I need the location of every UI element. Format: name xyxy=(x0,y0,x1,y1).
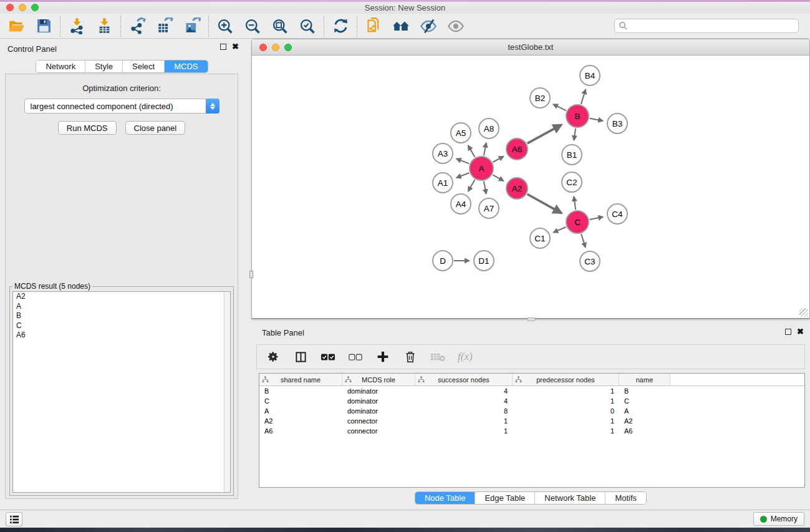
bottom-splitter-grip[interactable] xyxy=(528,317,535,321)
graph-node-A2[interactable]: A2 xyxy=(506,178,528,199)
graph-edge-C-C4[interactable] xyxy=(590,217,604,220)
tab-select[interactable]: Select xyxy=(123,60,165,72)
table-row[interactable]: Adominator80A xyxy=(259,406,804,416)
graph-node-A3[interactable]: A3 xyxy=(433,143,453,163)
close-table-panel-icon[interactable]: ✖ xyxy=(797,329,804,335)
graph-edge-B-B3[interactable] xyxy=(590,118,603,121)
graph-node-C[interactable]: C xyxy=(566,211,589,233)
apply-layout-icon[interactable] xyxy=(332,17,349,35)
table-cell[interactable]: A6 xyxy=(259,426,342,436)
graph-node-A8[interactable]: A8 xyxy=(479,118,499,138)
column-header-name[interactable]: name xyxy=(619,374,670,385)
zoom-out-icon[interactable] xyxy=(244,17,261,35)
table-settings-icon[interactable] xyxy=(266,349,281,364)
table-cell[interactable]: A xyxy=(259,406,342,416)
save-session-icon[interactable] xyxy=(35,17,52,35)
import-network-icon[interactable] xyxy=(68,17,85,35)
table-row[interactable]: A2connector11A2 xyxy=(259,416,804,426)
graph-node-B3[interactable]: B3 xyxy=(607,114,627,133)
table-cell[interactable]: 1 xyxy=(415,426,513,436)
table-cell[interactable]: dominator xyxy=(342,396,415,406)
graph-edge-A-A4[interactable] xyxy=(468,180,475,191)
graph-node-A[interactable]: A xyxy=(470,157,493,180)
column-header-shared-name[interactable]: shared name xyxy=(259,374,342,385)
graph-edge-A-A2[interactable] xyxy=(493,175,503,181)
float-table-panel-icon[interactable] xyxy=(785,329,791,335)
mcds-result-list[interactable]: A2ABCA6 xyxy=(12,291,231,493)
memory-button[interactable]: Memory xyxy=(753,512,804,526)
table-cell[interactable]: 0 xyxy=(513,406,619,416)
graph-edge-A-A8[interactable] xyxy=(484,143,486,155)
table-cell[interactable]: 1 xyxy=(513,426,619,436)
table-cell[interactable]: B xyxy=(619,386,670,396)
float-panel-icon[interactable] xyxy=(220,44,226,50)
tab-network[interactable]: Network xyxy=(36,60,85,72)
graph-node-A6[interactable]: A6 xyxy=(506,138,528,160)
graph-edge-A2-C[interactable] xyxy=(528,194,562,213)
graph-edge-A-A3[interactable] xyxy=(456,158,470,163)
graph-node-A4[interactable]: A4 xyxy=(451,194,471,214)
graph-edge-B-B1[interactable] xyxy=(574,128,576,140)
table-cell[interactable]: A6 xyxy=(619,426,670,436)
home-browser-icon[interactable] xyxy=(392,17,410,35)
mcds-result-item[interactable]: A6 xyxy=(13,331,230,341)
graph-edge-C-C2[interactable] xyxy=(574,196,576,210)
table-row[interactable]: Cdominator41C xyxy=(259,396,804,406)
graph-edge-A-A7[interactable] xyxy=(484,181,486,194)
open-session-icon[interactable] xyxy=(7,17,25,35)
search-input[interactable] xyxy=(614,19,799,33)
tab-motifs[interactable]: Motifs xyxy=(605,492,646,504)
zoom-selected-icon[interactable] xyxy=(299,17,316,35)
table-cell[interactable]: dominator xyxy=(342,406,415,416)
column-layout-icon[interactable] xyxy=(293,349,308,364)
table-cell[interactable]: C xyxy=(259,396,342,406)
graph-node-D[interactable]: D xyxy=(433,251,453,271)
select-all-rows-icon[interactable] xyxy=(321,349,335,364)
table-cell[interactable]: 1 xyxy=(513,416,619,426)
table-cell[interactable]: B xyxy=(259,386,342,396)
export-table-icon[interactable] xyxy=(156,17,173,35)
graph-node-A5[interactable]: A5 xyxy=(451,123,471,143)
graph-node-B1[interactable]: B1 xyxy=(562,145,582,165)
graph-edge-A-A1[interactable] xyxy=(456,173,469,178)
export-image-icon[interactable] xyxy=(183,17,201,35)
add-column-icon[interactable] xyxy=(375,349,390,364)
table-cell[interactable]: 4 xyxy=(415,396,513,406)
left-splitter-grip[interactable] xyxy=(249,271,253,278)
delete-table-icon[interactable] xyxy=(430,349,445,364)
table-cell[interactable]: A2 xyxy=(259,416,342,426)
show-all-icon[interactable] xyxy=(447,17,465,35)
table-cell[interactable]: connector xyxy=(342,416,415,426)
column-header-MCDS-role[interactable]: MCDS role xyxy=(342,374,415,385)
graph-node-B[interactable]: B xyxy=(566,105,589,127)
tab-network-table[interactable]: Network Table xyxy=(535,492,605,504)
graph-edge-A-A6[interactable] xyxy=(493,157,503,162)
column-header-successor-nodes[interactable]: successor nodes xyxy=(415,374,513,385)
graph-edge-C-C3[interactable] xyxy=(581,234,586,248)
criterion-select[interactable]: largest connected component (directed) xyxy=(24,99,219,114)
graph-node-C1[interactable]: C1 xyxy=(530,228,550,248)
mcds-result-item[interactable]: A2 xyxy=(13,292,230,302)
graph-node-A7[interactable]: A7 xyxy=(479,198,499,218)
table-row[interactable]: A6connector11A6 xyxy=(259,426,804,436)
graph-edge-A-A5[interactable] xyxy=(468,145,475,157)
run-mcds-button[interactable]: Run MCDS xyxy=(58,121,117,135)
table-cell[interactable]: 1 xyxy=(415,416,513,426)
graph-edge-B-B4[interactable] xyxy=(581,89,586,104)
mcds-result-item[interactable]: C xyxy=(13,321,230,331)
zoom-in-icon[interactable] xyxy=(216,17,234,35)
graph-node-A1[interactable]: A1 xyxy=(433,173,453,193)
close-panel-icon[interactable]: ✖ xyxy=(232,44,239,50)
table-cell[interactable]: 4 xyxy=(415,386,513,396)
graph-node-C3[interactable]: C3 xyxy=(580,251,600,271)
mcds-result-item[interactable]: A xyxy=(13,302,230,312)
new-network-from-selection-icon[interactable] xyxy=(365,17,382,35)
table-cell[interactable]: dominator xyxy=(342,386,415,396)
function-builder-icon[interactable]: f(x) xyxy=(458,351,473,363)
hide-selected-icon[interactable] xyxy=(420,17,437,35)
tab-mcds[interactable]: MCDS xyxy=(165,60,207,72)
import-table-icon[interactable] xyxy=(95,17,113,35)
task-history-button[interactable] xyxy=(6,512,22,526)
graph-node-B4[interactable]: B4 xyxy=(580,65,600,85)
tab-style[interactable]: Style xyxy=(85,60,123,72)
